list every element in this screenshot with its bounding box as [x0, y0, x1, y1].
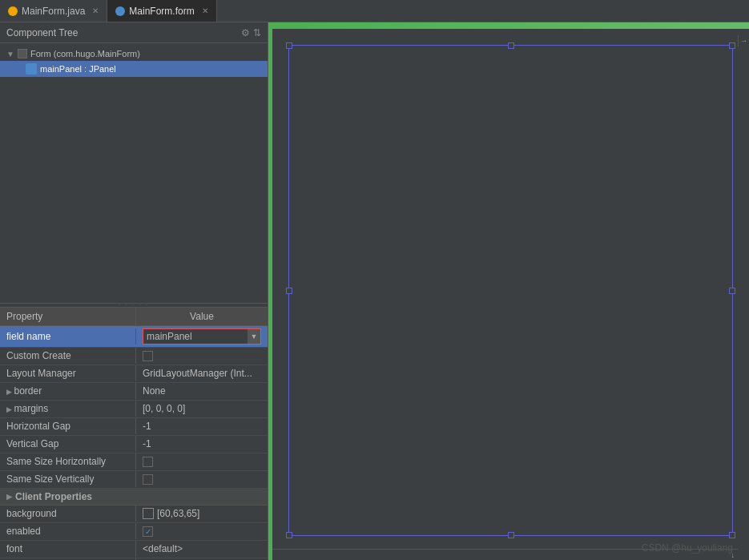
prop-row-layoutmanager: Layout Manager GridLayoutManager (Int...: [0, 365, 268, 383]
right-panel: → ↓ CSDN @hu_youliang: [272, 22, 749, 560]
tree-label-mainpanel: mainPanel : JPanel: [40, 64, 116, 74]
border-value: None: [143, 385, 166, 397]
prop-row-hgap: Horizontal Gap -1: [0, 418, 268, 436]
prop-value-vgap: -1: [136, 436, 268, 452]
expand-arrow-form: ▼: [6, 50, 14, 58]
canvas-right-arrow[interactable]: →: [738, 35, 749, 46]
prop-row-ssvert: Same Size Vertically: [0, 471, 268, 489]
prop-row-border: border None: [0, 383, 268, 401]
component-tree-area: ▼ Form (com.hugo.MainForm) mainPanel : J…: [0, 43, 268, 303]
prop-name-enabled: enabled: [0, 523, 136, 539]
prop-header-value: Value: [136, 308, 268, 325]
tree-item-form[interactable]: ▼ Form (com.hugo.MainForm): [0, 46, 268, 61]
tab-mainform-java[interactable]: MainForm.java ✕: [0, 0, 107, 22]
prop-value-font: <default>: [136, 541, 268, 557]
prop-value-enabled: [136, 524, 268, 539]
customcreate-checkbox[interactable]: [143, 351, 153, 361]
tree-label-form: Form (com.hugo.MainForm): [30, 49, 140, 58]
handle-tr[interactable]: [729, 42, 735, 49]
prop-row-enabled: enabled: [0, 523, 268, 541]
header-icons: ⚙ ⇅: [241, 27, 261, 38]
prop-value-margins: [0, 0, 0, 0]: [136, 401, 268, 417]
tab-close-java[interactable]: ✕: [92, 6, 99, 15]
prop-row-font: font <default>: [0, 541, 268, 558]
properties-table: Property Value field name ▼ Custom Creat…: [0, 308, 268, 561]
section-client-properties[interactable]: ▶ Client Properties: [0, 489, 268, 506]
java-icon: [8, 6, 18, 16]
prop-row-customcreate: Custom Create: [0, 348, 268, 365]
form-canvas[interactable]: [288, 45, 733, 536]
vgap-value: -1: [143, 438, 151, 449]
prop-value-customcreate: [136, 348, 268, 364]
handle-bl[interactable]: [286, 532, 292, 538]
ssvert-checkbox[interactable]: [143, 474, 153, 485]
section-label-client: Client Properties: [15, 491, 92, 502]
green-bar: [272, 22, 749, 29]
canvas-container: → ↓ CSDN @hu_youliang: [272, 29, 749, 560]
prop-name-sshoriz: Same Size Horizontally: [0, 453, 136, 469]
prop-value-layoutmanager: GridLayoutManager (Int...: [136, 365, 268, 381]
handle-mr[interactable]: [729, 288, 735, 294]
handle-ml[interactable]: [286, 288, 292, 294]
prop-row-vgap: Vertical Gap -1: [0, 436, 268, 453]
prop-name-background: background: [0, 506, 136, 522]
prop-row-background: background [60,63,65]: [0, 506, 268, 523]
section-arrow-client: ▶: [6, 493, 12, 501]
prop-name-layoutmanager: Layout Manager: [0, 365, 136, 381]
handle-bm[interactable]: [508, 532, 514, 538]
handle-br[interactable]: [729, 532, 735, 538]
tab-mainform-form[interactable]: MainForm.form ✕: [107, 0, 216, 22]
tab-label-java: MainForm.java: [22, 6, 85, 17]
prop-value-border: None: [136, 383, 268, 399]
handle-tl[interactable]: [286, 42, 292, 49]
prop-value-hgap: -1: [136, 418, 268, 434]
prop-name-ssvert: Same Size Vertically: [0, 471, 136, 487]
font-value: <default>: [143, 543, 183, 554]
right-arrow-icon: →: [740, 37, 747, 45]
prop-name-hgap: Horizontal Gap: [0, 418, 136, 434]
prop-row-sshoriz: Same Size Horizontally: [0, 453, 268, 471]
handle-tm[interactable]: [508, 42, 514, 49]
prop-name-customcreate: Custom Create: [0, 348, 136, 364]
tab-bar: MainForm.java ✕ MainForm.form ✕: [0, 0, 749, 22]
prop-header-row: Property Value: [0, 308, 268, 326]
prop-value-ssvert: [136, 472, 268, 487]
background-swatch[interactable]: [143, 508, 154, 519]
margins-value: [0, 0, 0, 0]: [143, 403, 185, 414]
tree-icon-mainpanel: [26, 63, 37, 75]
prop-value-sshoriz: [136, 454, 268, 469]
fieldname-dropdown[interactable]: ▼: [248, 329, 260, 344]
tab-close-form[interactable]: ✕: [202, 6, 208, 15]
main-content: Component Tree ⚙ ⇅ ▼ Form (com.hugo.Main…: [0, 22, 749, 560]
prop-value-input-fieldname[interactable]: ▼: [143, 328, 261, 344]
prop-value-fieldname: ▼: [136, 326, 268, 347]
enabled-checkbox[interactable]: [143, 526, 153, 537]
tab-label-form: MainForm.form: [129, 6, 194, 17]
tree-checkbox-form[interactable]: [18, 49, 27, 58]
background-value: [60,63,65]: [157, 508, 199, 519]
prop-name-vgap: Vertical Gap: [0, 436, 136, 452]
component-tree-title: Component Tree: [6, 27, 78, 38]
hgap-value: -1: [143, 421, 151, 432]
sshoriz-checkbox[interactable]: [143, 457, 153, 467]
tree-item-mainpanel[interactable]: mainPanel : JPanel: [0, 61, 268, 77]
left-panel: Component Tree ⚙ ⇅ ▼ Form (com.hugo.Main…: [0, 22, 268, 560]
prop-row-fieldname: field name ▼: [0, 326, 268, 348]
expand-icon[interactable]: ⇅: [253, 27, 261, 38]
fieldname-input[interactable]: [143, 330, 248, 343]
form-icon: [115, 6, 125, 16]
settings-icon[interactable]: ⚙: [241, 27, 250, 38]
layoutmanager-value: GridLayoutManager (Int...: [143, 368, 252, 379]
prop-value-background: [60,63,65]: [136, 506, 268, 522]
prop-name-margins: margins: [0, 401, 136, 417]
prop-row-margins: margins [0, 0, 0, 0]: [0, 401, 268, 418]
watermark: CSDN @hu_youliang: [642, 542, 733, 554]
component-tree-header: Component Tree ⚙ ⇅: [0, 22, 268, 43]
prop-name-border: border: [0, 383, 136, 399]
prop-header-property: Property: [0, 308, 136, 325]
prop-name-font: font: [0, 541, 136, 557]
prop-name-fieldname: field name: [0, 328, 136, 344]
